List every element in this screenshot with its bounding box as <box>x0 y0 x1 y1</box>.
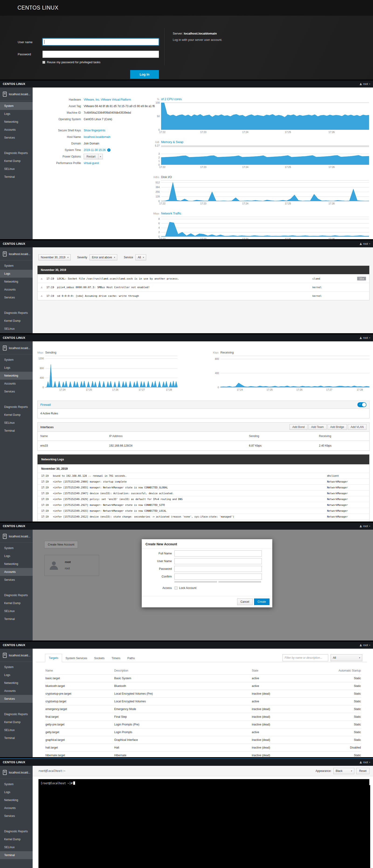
sidebar-item-networking[interactable]: Networking <box>0 796 33 804</box>
sidebar-item-logs[interactable]: Logs <box>0 788 33 796</box>
appearance-select[interactable]: Black▾ <box>333 768 354 774</box>
service-row[interactable]: graphical.targetGraphical Interfaceinact… <box>45 736 361 744</box>
sidebar-item-system[interactable]: System <box>0 262 33 270</box>
sidebar-item-networking[interactable]: Networking <box>0 118 33 126</box>
add-team-button[interactable]: Add Team <box>308 424 327 430</box>
log-count-badge[interactable]: 15 ▸ <box>357 277 366 280</box>
sidebar-item-networking[interactable]: Networking <box>0 679 33 687</box>
sidebar-item-system[interactable]: System <box>0 102 33 110</box>
tab-sockets[interactable]: Sockets <box>91 654 108 662</box>
add-bond-button[interactable]: Add Bond <box>290 424 307 430</box>
sidebar-item-services[interactable]: Services <box>0 134 33 142</box>
sidebar-item-services[interactable]: Services <box>0 695 33 703</box>
sidebar-host[interactable]: localhost.locald... <box>0 649 33 662</box>
sidebar-item-diagnostic-reports[interactable]: Diagnostic Reports <box>0 828 33 835</box>
sidebar-item-networking[interactable]: Networking <box>0 278 33 286</box>
secure-shell-keys-value[interactable]: Show fingerprints <box>84 129 105 132</box>
password-input[interactable] <box>42 51 159 58</box>
scrollbar[interactable] <box>369 779 370 785</box>
tab-paths[interactable]: Paths <box>124 654 138 662</box>
sidebar-item-selinux[interactable]: SELinux <box>0 165 33 173</box>
hardware-value[interactable]: VMware, Inc. VMware Virtual Platform <box>84 98 131 101</box>
sidebar-item-system[interactable]: System <box>0 663 33 671</box>
tab-system-services[interactable]: System Services <box>62 654 91 662</box>
service-row[interactable]: final.targetFinal Stepinactive (dead)Sta… <box>45 713 361 720</box>
user-menu[interactable]: root▾ <box>360 525 370 528</box>
reset-button[interactable]: Reset <box>356 768 370 774</box>
date-filter-dropdown[interactable]: November 30, 2019▾ <box>38 254 71 260</box>
networking-log-row[interactable]: 17:19<info> [1575152349.2960] manager: s… <box>37 478 369 485</box>
service-row[interactable]: emergency.targetEmergency Modeinactive (… <box>45 705 361 713</box>
sidebar-item-terminal[interactable]: Terminal <box>0 851 33 859</box>
networking-log-row[interactable]: 17:19<info> [1575152349.2927] manager: N… <box>37 502 369 508</box>
user-name-field[interactable] <box>174 558 262 564</box>
sidebar-host[interactable]: localhost.locald... <box>0 247 33 260</box>
sidebar-item-selinux[interactable]: SELinux <box>0 726 33 734</box>
sidebar-item-kernel-dump[interactable]: Kernel Dump <box>0 317 33 325</box>
sidebar-item-logs[interactable]: Logs <box>0 552 33 560</box>
sidebar-item-kernel-dump[interactable]: Kernel Dump <box>0 835 33 843</box>
sidebar-item-accounts[interactable]: Accounts <box>0 286 33 293</box>
password-field[interactable] <box>174 566 262 572</box>
service-row[interactable]: getty.targetLogin PromptsactiveStatic <box>45 728 361 736</box>
log-row[interactable]: ⚠17:19LOCAL: Socket file /var/run/clamd.… <box>37 274 369 283</box>
log-row[interactable]: ⚠17:19piix4_smbus 0000:00:07.3: SMBus Ho… <box>37 283 369 291</box>
sidebar-item-terminal[interactable]: Terminal <box>0 333 33 333</box>
sidebar-item-networking[interactable]: Networking <box>0 560 33 568</box>
sidebar-item-diagnostic-reports[interactable]: Diagnostic Reports <box>0 149 33 157</box>
user-menu[interactable]: root▾ <box>360 82 370 86</box>
networking-log-row[interactable]: 17:19<info> [1575152349.2947] device (en… <box>37 490 369 496</box>
sidebar-item-logs[interactable]: Logs <box>0 110 33 118</box>
sidebar-item-diagnostic-reports[interactable]: Diagnostic Reports <box>0 403 33 411</box>
sidebar-item-kernel-dump[interactable]: Kernel Dump <box>0 599 33 607</box>
networking-log-row[interactable]: 17:19<info> [1575152349.2910] device (en… <box>37 519 369 522</box>
sidebar-item-accounts[interactable]: Accounts <box>0 380 33 388</box>
sidebar-item-accounts[interactable]: Accounts <box>0 568 33 576</box>
log-row[interactable]: ⚠17:19sd 0:0:0:0: [sda] Assuming drive c… <box>37 291 369 300</box>
service-row[interactable]: bluetooth.targetBluetoothactiveStatic <box>45 682 361 690</box>
sidebar-item-terminal[interactable]: Terminal <box>0 734 33 742</box>
add-bridge-button[interactable]: Add Bridge <box>328 424 347 430</box>
chart-title[interactable]: Memory & Swap <box>161 140 183 144</box>
networking-log-row[interactable]: 17:19<info> [1575152349.2955] manager: N… <box>37 485 369 490</box>
reuse-password-checkbox[interactable] <box>42 61 45 64</box>
service-row[interactable]: basic.targetBasic SystemactiveStatic <box>45 674 361 682</box>
severity-filter-dropdown[interactable]: Error and above▾ <box>90 254 117 260</box>
chart-title[interactable]: Network Traffic <box>161 212 181 215</box>
confirm-field[interactable] <box>174 574 262 580</box>
login-button[interactable]: Log In <box>130 70 159 79</box>
networking-log-row[interactable]: 17:19<info> [1575152349.2912] device (en… <box>37 514 369 519</box>
firewall-link[interactable]: Firewall <box>40 403 51 406</box>
filter-input[interactable] <box>282 654 328 661</box>
account-card-root[interactable]: root root <box>44 555 99 576</box>
sidebar-item-terminal[interactable]: Terminal <box>0 427 33 435</box>
user-menu[interactable]: root▾ <box>360 761 370 764</box>
sidebar-host[interactable]: localhost.locald... <box>0 341 33 354</box>
sidebar-item-services[interactable]: Services <box>0 812 33 820</box>
networking-log-row[interactable]: 17:19<info> [1575152349.2929] policy: se… <box>37 496 369 502</box>
info-icon[interactable]: i <box>107 148 110 152</box>
tab-targets[interactable]: Targets <box>45 654 62 662</box>
add-vlan-button[interactable]: Add VLAN <box>348 424 367 430</box>
interface-row[interactable]: ens33192.168.66.128/246.87 Kbps2.40 Kbps <box>37 441 370 451</box>
sidebar-item-selinux[interactable]: SELinux <box>0 607 33 615</box>
sidebar-item-diagnostic-reports[interactable]: Diagnostic Reports <box>0 309 33 317</box>
performance-profile-value[interactable]: virtual-guest <box>84 161 99 165</box>
sidebar-item-kernel-dump[interactable]: Kernel Dump <box>0 718 33 726</box>
lock-account-checkbox[interactable] <box>175 587 177 589</box>
service-row[interactable]: cryptsetup.targetLocal Encrypted Volumes… <box>45 698 361 705</box>
filter-all-select[interactable]: All▾ <box>331 654 362 661</box>
terminal-screen[interactable]: [root@localhost ~]# <box>38 779 370 868</box>
create-new-account-button[interactable]: Create New Account <box>44 541 78 548</box>
sidebar-item-logs[interactable]: Logs <box>0 671 33 679</box>
chart-title[interactable]: of 2 CPU cores <box>161 97 181 101</box>
sidebar-item-terminal[interactable]: Terminal <box>0 615 33 623</box>
networking-log-row[interactable]: 17:19bound to 192.168.66.128 -- renewal … <box>37 473 369 478</box>
sidebar-item-services[interactable]: Services <box>0 293 33 302</box>
full-name-field[interactable] <box>174 551 262 557</box>
service-row[interactable]: halt.targetHaltinactive (dead)Disabled <box>45 744 361 751</box>
sidebar-item-logs[interactable]: Logs <box>0 270 33 278</box>
sidebar-item-diagnostic-reports[interactable]: Diagnostic Reports <box>0 710 33 718</box>
service-row[interactable]: hibernate.targetHibernateinactive (dead)… <box>45 751 361 757</box>
host-name-value[interactable]: localhost.localdomain <box>84 135 110 138</box>
